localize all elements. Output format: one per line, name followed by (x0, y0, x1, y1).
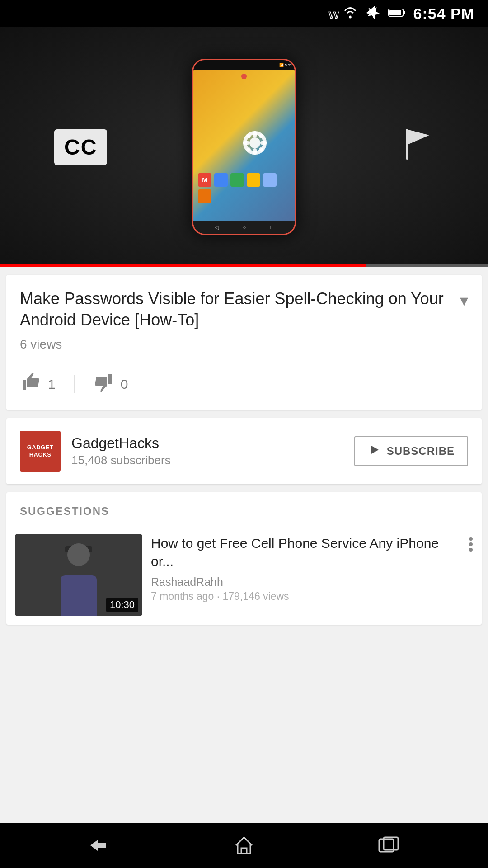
channel-logo-line1: GADGET (27, 444, 54, 451)
svg-rect-16 (241, 848, 247, 854)
suggestion-meta: 7 months ago · 179,146 views (151, 590, 464, 603)
dislike-count: 0 (121, 377, 128, 392)
dislike-button[interactable]: 0 (93, 371, 128, 397)
video-player[interactable]: 📶 5:22 M ◁○□ CC (0, 27, 488, 267)
recents-button[interactable] (368, 830, 409, 861)
channel-name[interactable]: GadgetHacks (71, 435, 171, 452)
svg-rect-2 (403, 11, 405, 14)
settings-icon[interactable] (237, 125, 273, 170)
thumbs-up-icon (20, 371, 42, 397)
svg-rect-14 (406, 129, 408, 160)
navigation-bar (0, 823, 488, 868)
status-icons: 𝕨 6:54 PM (328, 5, 474, 23)
suggestion-menu-button[interactable] (469, 534, 473, 552)
suggestion-title: How to get Free Cell Phone Service Any i… (151, 534, 464, 571)
person-head (67, 543, 90, 566)
channel-card: GADGET HACKS GadgetHacks 15,408 subscrib… (6, 418, 482, 484)
suggestions-header: SUGGESTIONS (6, 492, 482, 525)
svg-rect-8 (243, 141, 249, 145)
action-divider (74, 375, 75, 393)
person-body (61, 575, 97, 616)
suggestion-thumbnail[interactable]: 10:30 (15, 534, 142, 616)
video-title: Make Passwords Visible for Easier Spell-… (20, 288, 451, 331)
svg-rect-7 (253, 148, 257, 155)
menu-dot (469, 537, 473, 541)
channel-logo-line2: HACKS (29, 451, 52, 458)
menu-dot (469, 548, 473, 552)
like-button[interactable]: 1 (20, 371, 56, 397)
channel-left: GADGET HACKS GadgetHacks 15,408 subscrib… (20, 431, 171, 472)
cc-button[interactable]: CC (54, 129, 107, 165)
video-controls-overlay: CC (0, 27, 488, 267)
home-button[interactable] (224, 830, 264, 861)
menu-dot (469, 542, 473, 546)
svg-rect-9 (260, 141, 267, 145)
status-time: 6:54 PM (413, 5, 475, 23)
channel-info: GadgetHacks 15,408 subscribers (71, 435, 171, 467)
content-area: Make Passwords Visible for Easier Spell-… (0, 275, 488, 625)
video-views: 6 views (20, 337, 468, 352)
svg-rect-3 (389, 10, 401, 15)
back-button[interactable] (79, 830, 120, 861)
suggestions-section: SUGGESTIONS 10:30 How to get Fr (6, 492, 482, 625)
suggestions-title: SUGGESTIONS (20, 505, 468, 518)
subscribe-label: SUBSCRIBE (387, 445, 455, 458)
like-count: 1 (48, 377, 56, 392)
video-actions: 1 0 (20, 371, 468, 397)
svg-point-4 (249, 137, 260, 148)
flag-icon[interactable] (402, 125, 434, 169)
suggestion-info: How to get Free Cell Phone Service Any i… (142, 534, 469, 616)
thumbs-down-icon (93, 371, 114, 397)
person-silhouette (47, 543, 110, 616)
suggestion-channel: RashaadRahh (151, 576, 464, 589)
airplane-icon (366, 5, 380, 23)
dropdown-arrow[interactable]: ▾ (460, 291, 468, 310)
suggestion-item[interactable]: 10:30 How to get Free Cell Phone Service… (6, 525, 482, 625)
video-info-card: Make Passwords Visible for Easier Spell-… (6, 275, 482, 410)
video-title-row: Make Passwords Visible for Easier Spell-… (20, 288, 468, 331)
play-icon (368, 443, 380, 459)
battery-icon (388, 6, 405, 21)
channel-logo[interactable]: GADGET HACKS (20, 431, 61, 472)
subscribe-button[interactable]: SUBSCRIBE (354, 436, 468, 466)
wifi-icon: 𝕨 (328, 6, 357, 22)
channel-subscribers: 15,408 subscribers (71, 453, 171, 467)
svg-rect-6 (253, 131, 257, 137)
video-duration: 10:30 (106, 598, 138, 612)
svg-point-0 (349, 15, 351, 18)
video-divider (20, 362, 468, 362)
svg-marker-15 (371, 445, 379, 454)
status-bar: 𝕨 6:54 PM (0, 0, 488, 27)
